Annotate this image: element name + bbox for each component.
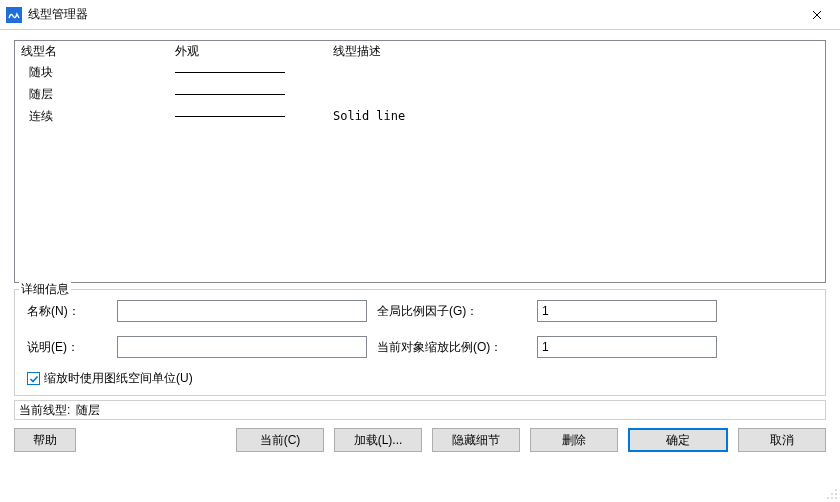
- close-icon: [812, 10, 822, 20]
- row-name: 随块: [15, 64, 175, 81]
- row-name: 随层: [15, 86, 175, 103]
- svg-point-5: [835, 497, 837, 499]
- current-linetype-status: 当前线型: 随层: [14, 400, 826, 420]
- titlebar: 线型管理器: [0, 0, 840, 30]
- load-button[interactable]: 加载(L)...: [334, 428, 422, 452]
- cancel-button[interactable]: 取消: [738, 428, 826, 452]
- line-sample-icon: [175, 116, 285, 117]
- svg-point-2: [835, 493, 837, 495]
- name-input[interactable]: [117, 300, 367, 322]
- details-legend: 详细信息: [19, 281, 71, 298]
- description-label: 说明(E)：: [27, 339, 117, 356]
- ok-button[interactable]: 确定: [628, 428, 728, 452]
- close-button[interactable]: [794, 0, 840, 30]
- list-row[interactable]: 随层: [15, 83, 825, 105]
- header-appearance[interactable]: 外观: [175, 43, 325, 60]
- global-scale-input[interactable]: [537, 300, 717, 322]
- row-appearance: [175, 94, 325, 95]
- status-value: 随层: [76, 402, 100, 419]
- help-button[interactable]: 帮助: [14, 428, 76, 452]
- details-fieldset: 详细信息 名称(N)： 全局比例因子(G)： 说明(E)： 当前对象缩放比例(O…: [14, 289, 826, 396]
- header-description[interactable]: 线型描述: [325, 43, 825, 60]
- list-row[interactable]: 连续 Solid line: [15, 105, 825, 127]
- svg-point-4: [831, 497, 833, 499]
- list-header: 线型名 外观 线型描述: [15, 41, 825, 61]
- svg-point-0: [835, 489, 837, 491]
- current-scale-input[interactable]: [537, 336, 717, 358]
- status-label: 当前线型:: [19, 402, 70, 419]
- resize-grip-icon[interactable]: [826, 488, 838, 500]
- app-icon: [6, 7, 22, 23]
- current-button[interactable]: 当前(C): [236, 428, 324, 452]
- row-description: Solid line: [325, 109, 825, 123]
- line-sample-icon: [175, 94, 285, 95]
- row-appearance: [175, 72, 325, 73]
- linetype-list[interactable]: 线型名 外观 线型描述 随块 随层 连续 Solid line: [14, 40, 826, 283]
- current-scale-label: 当前对象缩放比例(O)：: [377, 339, 537, 356]
- window-title: 线型管理器: [28, 6, 88, 23]
- line-sample-icon: [175, 72, 285, 73]
- svg-point-1: [831, 493, 833, 495]
- row-name: 连续: [15, 108, 175, 125]
- paperspace-checkbox-row[interactable]: 缩放时使用图纸空间单位(U): [27, 370, 813, 387]
- delete-button[interactable]: 删除: [530, 428, 618, 452]
- paperspace-checkbox-label: 缩放时使用图纸空间单位(U): [44, 370, 193, 387]
- svg-point-3: [827, 497, 829, 499]
- row-appearance: [175, 116, 325, 117]
- list-row[interactable]: 随块: [15, 61, 825, 83]
- button-row: 帮助 当前(C) 加载(L)... 隐藏细节 删除 确定 取消: [14, 428, 826, 452]
- description-input[interactable]: [117, 336, 367, 358]
- header-name[interactable]: 线型名: [15, 43, 175, 60]
- checkbox-icon: [27, 372, 40, 385]
- hide-details-button[interactable]: 隐藏细节: [432, 428, 520, 452]
- global-scale-label: 全局比例因子(G)：: [377, 303, 537, 320]
- name-label: 名称(N)：: [27, 303, 117, 320]
